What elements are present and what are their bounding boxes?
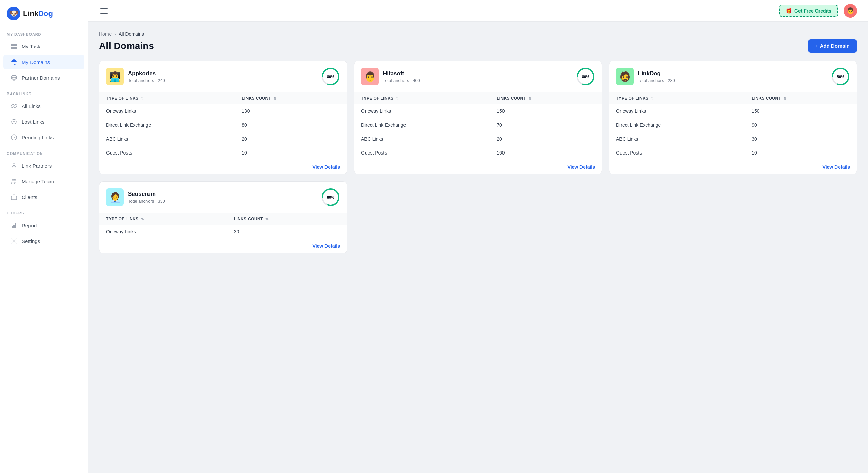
svg-rect-13 xyxy=(12,226,13,228)
topbar: 🎁 Get Free Credits 👨 xyxy=(88,0,868,22)
gift-icon: 🎁 xyxy=(786,8,792,14)
view-details-button[interactable]: View Details xyxy=(313,164,340,170)
svg-point-11 xyxy=(14,180,16,181)
sidebar: 🐶 LinkDog MY DASHBOARD My Task My Domain… xyxy=(0,0,88,473)
logo-icon: 🐶 xyxy=(7,7,20,20)
col-type: TYPE OF LINKS ⇅ xyxy=(609,92,745,104)
sidebar-item-label-clients: Clients xyxy=(22,194,37,200)
breadcrumb-home[interactable]: Home xyxy=(99,31,112,37)
sidebar-item-my-task[interactable]: My Task xyxy=(3,39,84,54)
svg-rect-15 xyxy=(15,223,16,228)
link-type: Guest Posts xyxy=(354,146,490,160)
sort-icon: ⇅ xyxy=(529,97,531,100)
partner-domains-icon xyxy=(10,74,18,81)
sidebar-item-label-pending-links: Pending Links xyxy=(22,135,54,140)
link-count: 70 xyxy=(490,118,602,132)
view-details-button[interactable]: View Details xyxy=(313,243,340,249)
topbar-right: 🎁 Get Free Credits 👨 xyxy=(779,4,857,18)
sidebar-item-my-domains[interactable]: My Domains xyxy=(3,55,84,69)
domain-text-info: LinkDog Total anchors : 280 xyxy=(638,70,675,83)
domain-avatar: 👨‍💻 xyxy=(106,68,124,85)
link-type: ABC Links xyxy=(99,132,235,146)
svg-rect-14 xyxy=(13,225,15,228)
progress-ring: 80% xyxy=(831,67,850,86)
sidebar-item-all-links[interactable]: All Links xyxy=(3,99,84,114)
sidebar-item-manage-team[interactable]: Manage Team xyxy=(3,174,84,189)
logo: 🐶 LinkDog xyxy=(0,0,88,26)
table-row: ABC Links 30 xyxy=(609,132,857,146)
sidebar-item-label-my-domains: My Domains xyxy=(22,59,50,65)
links-table: TYPE OF LINKS ⇅ LINKS COUNT ⇅ Oneway Lin… xyxy=(99,92,347,160)
link-count: 10 xyxy=(235,146,347,160)
logo-text: LinkDog xyxy=(23,9,53,18)
domain-name: Hitasoft xyxy=(383,70,420,77)
sidebar-item-link-partners[interactable]: Link Partners xyxy=(3,158,84,173)
breadcrumb: Home › All Domains xyxy=(99,31,857,37)
link-type: Oneway Links xyxy=(99,225,227,239)
col-type: TYPE OF LINKS ⇅ xyxy=(354,92,490,104)
link-partners-icon xyxy=(10,162,18,169)
link-count: 150 xyxy=(745,104,857,118)
sort-icon: ⇅ xyxy=(651,97,654,100)
domain-anchors: Total anchors : 330 xyxy=(128,199,165,204)
sidebar-item-label-link-partners: Link Partners xyxy=(22,163,52,169)
card-domain-info: 🧔 LinkDog Total anchors : 280 xyxy=(616,68,675,85)
manage-team-icon xyxy=(10,178,18,185)
main-content: Home › All Domains All Domains + Add Dom… xyxy=(88,22,868,473)
links-table: TYPE OF LINKS ⇅ LINKS COUNT ⇅ Oneway Lin… xyxy=(609,92,857,160)
view-details-button[interactable]: View Details xyxy=(823,164,850,170)
progress-ring: 80% xyxy=(576,67,595,86)
table-row: Direct Link Exchange 70 xyxy=(354,118,602,132)
domain-cards-row1: 👨‍💻 Appkodes Total anchors : 240 80% TYP… xyxy=(99,61,857,174)
link-type: Oneway Links xyxy=(609,104,745,118)
breadcrumb-current: All Domains xyxy=(119,31,144,37)
get-credits-button[interactable]: 🎁 Get Free Credits xyxy=(779,5,838,17)
table-row: Guest Posts 10 xyxy=(609,146,857,160)
col-count: LINKS COUNT ⇅ xyxy=(745,92,857,104)
sidebar-section-others: OTHERS xyxy=(0,205,88,217)
svg-rect-4 xyxy=(11,47,14,49)
card-domain-info: 👨‍💻 Appkodes Total anchors : 240 xyxy=(106,68,165,85)
domain-text-info: Seoscrum Total anchors : 330 xyxy=(128,191,165,204)
get-credits-label: Get Free Credits xyxy=(794,8,831,14)
sort-icon: ⇅ xyxy=(141,97,144,100)
svg-rect-2 xyxy=(11,44,14,46)
col-count: LINKS COUNT ⇅ xyxy=(227,213,347,225)
add-domain-button[interactable]: + Add Domain xyxy=(808,39,857,53)
my-domains-icon xyxy=(10,58,18,66)
svg-text:🐶: 🐶 xyxy=(9,9,19,18)
col-count: LINKS COUNT ⇅ xyxy=(490,92,602,104)
table-row: ABC Links 20 xyxy=(354,132,602,146)
link-count: 150 xyxy=(490,104,602,118)
table-row: Oneway Links 150 xyxy=(609,104,857,118)
sidebar-item-label-manage-team: Manage Team xyxy=(22,179,54,184)
sort-icon: ⇅ xyxy=(141,217,144,221)
sidebar-item-pending-links[interactable]: Pending Links xyxy=(3,130,84,145)
sidebar-item-clients[interactable]: Clients xyxy=(3,189,84,204)
domain-anchors: Total anchors : 280 xyxy=(638,78,675,83)
domain-name: Appkodes xyxy=(128,70,165,77)
svg-point-16 xyxy=(13,240,15,242)
card-header: 👨‍💻 Appkodes Total anchors : 240 80% xyxy=(99,61,347,92)
sidebar-item-partner-domains[interactable]: Partner Domains xyxy=(3,70,84,85)
sidebar-item-settings[interactable]: Settings xyxy=(3,233,84,248)
settings-icon xyxy=(10,237,18,245)
domain-text-info: Appkodes Total anchors : 240 xyxy=(128,70,165,83)
page-title: All Domains xyxy=(99,41,154,52)
card-header: 🧔 LinkDog Total anchors : 280 80% xyxy=(609,61,857,92)
domain-avatar: 👨 xyxy=(361,68,379,85)
my-task-icon xyxy=(10,43,18,50)
sidebar-item-report[interactable]: Report xyxy=(3,218,84,233)
link-count: 160 xyxy=(490,146,602,160)
sort-icon: ⇅ xyxy=(265,217,268,221)
sidebar-item-lost-links[interactable]: Lost Links xyxy=(3,114,84,129)
link-count: 90 xyxy=(745,118,857,132)
hamburger-menu[interactable] xyxy=(99,7,109,15)
sort-icon: ⇅ xyxy=(274,97,276,100)
view-details-button[interactable]: View Details xyxy=(568,164,595,170)
view-details-row: View Details xyxy=(99,160,347,174)
link-type: ABC Links xyxy=(354,132,490,146)
user-avatar[interactable]: 👨 xyxy=(844,4,857,18)
sidebar-item-label-lost-links: Lost Links xyxy=(22,119,45,125)
table-row: Oneway Links 30 xyxy=(99,225,347,239)
